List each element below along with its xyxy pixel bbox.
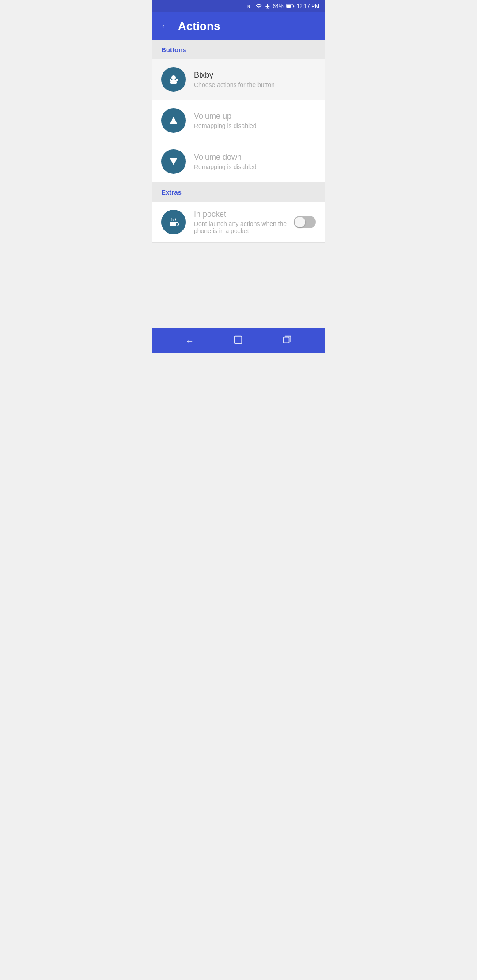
bixby-title: Bixby (194, 71, 316, 80)
volume-down-content: Volume down Remapping is disabled (194, 153, 316, 170)
status-bar: N 64% 12:17 PM (152, 0, 325, 12)
nav-back-button[interactable]: ← (178, 332, 201, 350)
toggle-track (294, 216, 316, 228)
bottom-navigation: ← (152, 328, 325, 353)
volume-up-icon-wrapper (161, 108, 186, 133)
volume-down-item[interactable]: Volume down Remapping is disabled (152, 141, 325, 182)
svg-rect-3 (286, 5, 291, 8)
volume-down-subtitle: Remapping is disabled (194, 163, 316, 170)
home-square-icon (233, 335, 243, 345)
extras-section-label: Extras (161, 188, 182, 196)
svg-rect-5 (170, 79, 171, 81)
svg-rect-2 (293, 5, 294, 7)
bixby-subtitle: Choose actions for the button (194, 81, 316, 88)
battery-icon (286, 4, 295, 9)
svg-marker-7 (170, 117, 177, 124)
nfc-icon: N (247, 3, 253, 9)
volume-down-title: Volume down (194, 153, 316, 162)
volume-up-item[interactable]: Volume up Remapping is disabled (152, 100, 325, 141)
svg-rect-11 (283, 337, 289, 343)
in-pocket-item[interactable]: In pocket Dont launch any actions when t… (152, 202, 325, 243)
page-title: Actions (178, 19, 220, 33)
bixby-icon-wrapper (161, 67, 186, 92)
in-pocket-content: In pocket Dont launch any actions when t… (194, 210, 294, 234)
coffee-icon (167, 216, 180, 228)
airplane-icon (265, 3, 271, 9)
svg-rect-6 (176, 79, 178, 81)
volume-up-icon (167, 114, 180, 127)
nav-home-button[interactable] (226, 332, 250, 351)
buttons-section-label: Buttons (161, 46, 186, 53)
status-icons: N 64% 12:17 PM (247, 3, 319, 9)
bixby-content: Bixby Choose actions for the button (194, 71, 316, 88)
battery-text: 64% (273, 3, 284, 9)
svg-rect-10 (235, 336, 242, 343)
buttons-section-header: Buttons (152, 40, 325, 59)
svg-marker-8 (170, 158, 177, 165)
wifi-icon (255, 3, 262, 9)
volume-up-title: Volume up (194, 112, 316, 121)
volume-down-icon (167, 155, 180, 168)
in-pocket-icon-wrapper (161, 210, 186, 234)
in-pocket-toggle[interactable] (294, 216, 316, 228)
nav-recent-button[interactable] (275, 332, 299, 351)
extras-section-header: Extras (152, 182, 325, 202)
svg-rect-9 (170, 222, 176, 226)
bixby-item[interactable]: Bixby Choose actions for the button (152, 59, 325, 100)
time-text: 12:17 PM (297, 3, 319, 9)
svg-point-4 (171, 75, 176, 80)
volume-down-icon-wrapper (161, 149, 186, 174)
back-button[interactable]: ← (160, 20, 170, 32)
bixby-icon (167, 73, 180, 86)
in-pocket-title: In pocket (194, 210, 294, 219)
content-area (152, 243, 325, 328)
volume-up-content: Volume up Remapping is disabled (194, 112, 316, 129)
toggle-thumb (295, 217, 305, 227)
in-pocket-subtitle: Dont launch any actions when the phone i… (194, 220, 294, 234)
app-header: ← Actions (152, 12, 325, 40)
recent-icon (282, 335, 292, 345)
volume-up-subtitle: Remapping is disabled (194, 122, 316, 129)
svg-text:N: N (247, 4, 250, 8)
